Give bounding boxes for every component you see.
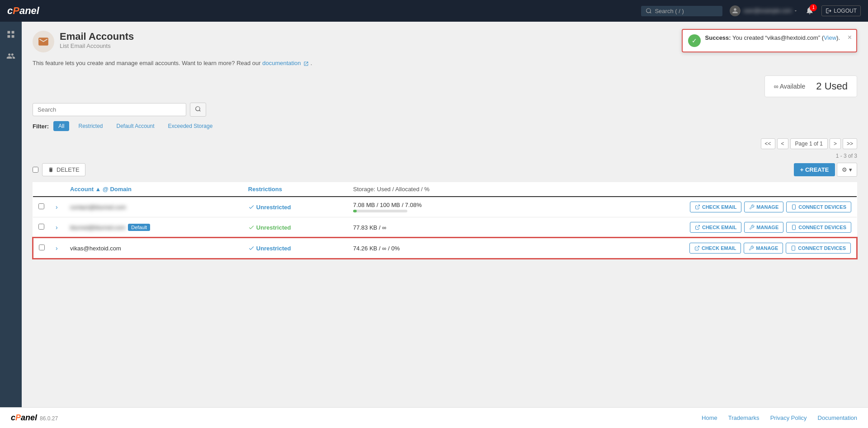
footer-privacy-link[interactable]: Privacy Policy	[770, 414, 807, 421]
filter-row: Filter: All Restricted Default Account E…	[33, 121, 857, 131]
logout-button[interactable]: LOGOUT	[821, 5, 861, 16]
success-message: Success: You created “vikas@hextoid.com”…	[705, 34, 840, 41]
svg-line-7	[697, 226, 700, 228]
notifications-bell[interactable]: 1	[805, 6, 814, 16]
select-all-checkbox[interactable]	[33, 167, 38, 173]
row2-check-email-btn[interactable]: CHECK EMAIL	[690, 222, 741, 233]
documentation-link[interactable]: documentation	[262, 60, 301, 66]
footer-home-link[interactable]: Home	[702, 414, 717, 421]
expand-row1-btn[interactable]: ›	[56, 203, 58, 211]
th-expand	[50, 182, 65, 197]
table-row: › blurred@blurred.com Default Unrestrict…	[33, 217, 857, 238]
svg-point-2	[196, 107, 200, 111]
topnav: cPanel Search ( / ) user@example.com 1 L…	[0, 0, 868, 22]
search-placeholder: Search ( / )	[655, 8, 684, 14]
page-header-icon	[33, 31, 54, 52]
search-button[interactable]	[190, 103, 206, 117]
used-stat: 2 Used	[816, 80, 848, 92]
stats-card: ∞ Available 2 Used	[764, 75, 857, 97]
global-search[interactable]: Search ( / )	[641, 6, 722, 16]
th-actions	[519, 182, 857, 197]
prev-page-btn[interactable]: <	[777, 138, 788, 149]
accounts-table: Account ▲ @ Domain Restrictions Storage:…	[33, 182, 857, 259]
svg-point-0	[646, 9, 651, 13]
filter-restricted[interactable]: Restricted	[74, 122, 107, 131]
table-header-row: Account ▲ @ Domain Restrictions Storage:…	[33, 182, 857, 197]
create-button[interactable]: + CREATE	[794, 163, 835, 176]
row2-manage-btn[interactable]: MANAGE	[744, 222, 783, 233]
page-header-text: Email Accounts List Email Accounts	[60, 31, 134, 49]
main-content: ✓ Success: You created “vikas@hextoid.co…	[22, 22, 868, 407]
table-row: › contact@blurred.com Unrestricted 7.08	[33, 197, 857, 217]
logout-label: LOGOUT	[834, 8, 857, 14]
sidebar	[0, 22, 22, 407]
row3-account: vikas@hextoid.com	[65, 238, 243, 259]
footer-links: Home Trademarks Privacy Policy Documenta…	[702, 414, 857, 421]
row1-expand: ›	[50, 197, 65, 217]
sidebar-item-grid[interactable]	[4, 27, 18, 42]
search-input[interactable]	[33, 103, 186, 116]
row2-restrictions: Unrestricted	[243, 217, 348, 238]
success-icon: ✓	[688, 34, 701, 47]
user-menu[interactable]: user@example.com	[730, 5, 798, 16]
page-footer: cPanel 86.0.27 Home Trademarks Privacy P…	[0, 407, 868, 428]
available-stat: ∞ Available	[774, 83, 806, 90]
settings-button[interactable]: ⚙ ▾	[837, 163, 857, 177]
row1-account: contact@blurred.com	[65, 197, 243, 217]
footer-trademarks-link[interactable]: Trademarks	[728, 414, 760, 421]
page-count: 1 - 3 of 3	[33, 153, 857, 159]
notification-badge: 1	[810, 4, 817, 11]
footer-brand: cPanel 86.0.27	[11, 413, 58, 423]
svg-line-4	[697, 205, 700, 208]
page-title: Email Accounts	[60, 31, 134, 42]
page-subtitle: List Email Accounts	[60, 42, 134, 49]
footer-documentation-link[interactable]: Documentation	[818, 414, 857, 421]
filter-all[interactable]: All	[53, 121, 69, 131]
filter-label: Filter:	[33, 123, 49, 130]
row3-storage: 74.26 KB / ∞ / 0%	[348, 238, 519, 259]
svg-line-1	[650, 12, 651, 14]
last-page-btn[interactable]: >>	[843, 138, 857, 149]
success-notification: ✓ Success: You created “vikas@hextoid.co…	[682, 29, 857, 52]
table-row: › vikas@hextoid.com Unrestricted 74.26 K…	[33, 238, 857, 259]
page-indicator[interactable]: Page 1 of 1	[790, 138, 828, 149]
row1-checkbox	[33, 197, 50, 217]
row2-actions: CHECK EMAIL MANAGE CONNECT DEVICES	[519, 217, 857, 238]
filter-default-account[interactable]: Default Account	[112, 122, 159, 131]
row1-storage: 7.08 MB / 100 MB / 7.08%	[348, 197, 519, 217]
row1-connect-devices-btn[interactable]: CONNECT DEVICES	[786, 202, 851, 212]
row3-connect-devices-btn[interactable]: CONNECT DEVICES	[786, 243, 851, 254]
svg-line-3	[199, 110, 201, 112]
row2-storage: 77.83 KB / ∞	[348, 217, 519, 238]
expand-row3-btn[interactable]: ›	[56, 245, 58, 252]
pagination-row: << < Page 1 of 1 > >>	[33, 138, 857, 149]
row3-checkbox	[33, 238, 50, 259]
username-label: user@example.com	[743, 8, 792, 14]
row3-restrictions: Unrestricted	[243, 238, 348, 259]
th-restrictions: Restrictions	[243, 182, 348, 197]
footer-brand-name: cPanel	[11, 413, 37, 423]
default-badge: Default	[128, 224, 150, 231]
row3-check-email-btn[interactable]: CHECK EMAIL	[689, 243, 741, 254]
row2-connect-devices-btn[interactable]: CONNECT DEVICES	[786, 222, 851, 233]
row1-manage-btn[interactable]: MANAGE	[744, 202, 783, 212]
row3-actions: CHECK EMAIL MANAGE CONNECT DEVICES	[519, 238, 857, 259]
view-link[interactable]: View	[824, 34, 836, 41]
expand-row2-btn[interactable]: ›	[56, 224, 58, 231]
th-account: Account ▲ @ Domain	[65, 182, 243, 197]
notification-close-btn[interactable]: ×	[848, 33, 852, 42]
row1-restrictions: Unrestricted	[243, 197, 348, 217]
filter-exceeded-storage[interactable]: Exceeded Storage	[164, 122, 217, 131]
first-page-btn[interactable]: <<	[761, 138, 775, 149]
delete-button[interactable]: DELETE	[42, 163, 85, 176]
row1-check-email-btn[interactable]: CHECK EMAIL	[690, 202, 741, 212]
th-checkbox	[33, 182, 50, 197]
row3-manage-btn[interactable]: MANAGE	[744, 243, 783, 254]
row1-actions: CHECK EMAIL MANAGE CONNECT DEVICES	[519, 197, 857, 217]
sidebar-item-users[interactable]	[4, 49, 18, 63]
th-storage: Storage: Used / Allocated / %	[348, 182, 519, 197]
brand-logo: cPanel	[7, 5, 39, 17]
toolbar-left: DELETE	[33, 163, 85, 176]
next-page-btn[interactable]: >	[830, 138, 841, 149]
footer-version: 86.0.27	[40, 415, 58, 422]
